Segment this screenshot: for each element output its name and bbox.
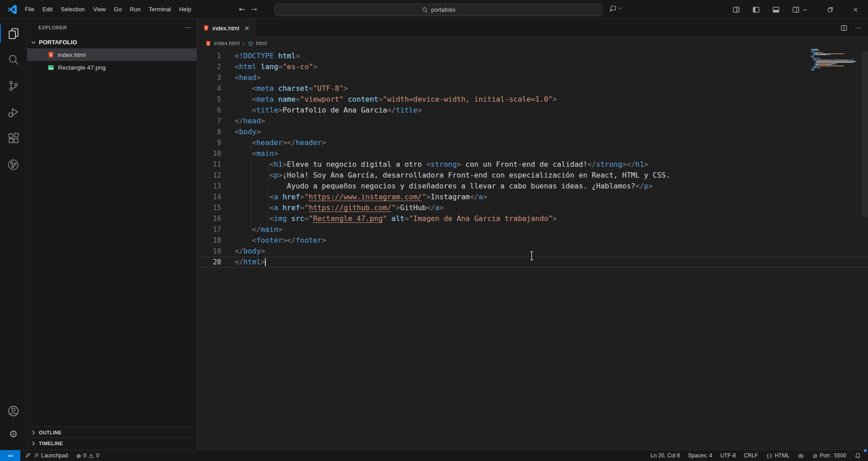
code-line-2[interactable]: 2<html lang="es-co"> bbox=[198, 61, 868, 72]
code-line-17[interactable]: 17 </main> bbox=[198, 224, 868, 235]
symbol-cube-icon bbox=[248, 41, 254, 47]
breadcrumbs: 5 index.html › html bbox=[198, 37, 868, 50]
menu-terminal[interactable]: Terminal bbox=[145, 0, 175, 19]
line-number: 15 bbox=[198, 202, 221, 213]
activity-accounts[interactable] bbox=[0, 399, 27, 423]
folder-row-portafolio[interactable]: PORTAFOLIO bbox=[27, 36, 197, 48]
code-line-6[interactable]: 6 <title>Portafolio de Ana Garcia</title… bbox=[198, 105, 868, 116]
split-editor-icon[interactable] bbox=[840, 24, 848, 32]
activity-remote-explorer[interactable] bbox=[0, 153, 27, 176]
section-timeline[interactable]: TIMELINE bbox=[27, 437, 197, 448]
activity-run-debug[interactable] bbox=[0, 100, 27, 124]
forward-arrow-icon[interactable]: → bbox=[251, 5, 257, 14]
tab-close-icon[interactable]: × bbox=[244, 24, 250, 32]
line-content: <header></header> bbox=[235, 137, 326, 148]
activity-explorer[interactable] bbox=[0, 22, 27, 45]
code-area[interactable]: 1<!DOCTYPE html>2<html lang="es-co">3<he… bbox=[198, 50, 868, 450]
line-content: <img src="Rectangle 47.png" alt="Imagen … bbox=[235, 213, 557, 224]
explorer-more-actions-icon[interactable]: ⋯ bbox=[184, 24, 191, 32]
line-content: <head> bbox=[235, 72, 261, 83]
more-actions-icon[interactable]: ⋯ bbox=[855, 24, 862, 32]
indentation[interactable]: Spaces: 4 bbox=[684, 450, 716, 461]
code-line-7[interactable]: 7</head> bbox=[198, 116, 868, 127]
cursor-position[interactable]: Ln 20, Col 8 bbox=[646, 450, 684, 461]
tab-index-html[interactable]: 5 index.html × bbox=[198, 19, 255, 37]
eol-sequence[interactable]: CRLF bbox=[740, 450, 762, 461]
code-line-12[interactable]: 12 <p>¡Hola! Soy Ana García, desarrollad… bbox=[198, 170, 868, 181]
code-line-10[interactable]: 10 <main> bbox=[198, 148, 868, 159]
menu-run[interactable]: Run bbox=[126, 0, 145, 19]
tab-bar: 5 index.html × ⋯ bbox=[198, 19, 868, 37]
language-mode[interactable]: {} HTML bbox=[762, 450, 794, 461]
code-line-4[interactable]: 4 <meta charset="UTF-8"> bbox=[198, 83, 868, 94]
menu-selection[interactable]: Selection bbox=[57, 0, 89, 19]
explorer-header: EXPLORER ⋯ bbox=[27, 19, 197, 36]
copilot-button[interactable] bbox=[609, 5, 623, 12]
line-content: </body> bbox=[235, 246, 265, 257]
live-server-port[interactable]: ⊘ Port : 5500 bbox=[808, 450, 850, 461]
code-line-11[interactable]: 11 <h1>Eleve tu negocio digital a otro <… bbox=[198, 159, 868, 170]
minimap[interactable] bbox=[811, 49, 861, 71]
vscode-logo-icon bbox=[7, 5, 17, 14]
activity-settings[interactable]: ⚙ bbox=[0, 423, 27, 446]
activity-source-control[interactable] bbox=[0, 74, 27, 98]
menu-file[interactable]: File bbox=[21, 0, 38, 19]
line-content: <html lang="es-co"> bbox=[235, 61, 317, 72]
file-name: index.html bbox=[58, 52, 86, 58]
vscode-window: { "title_bar": { "menus": ["File", "Edit… bbox=[0, 0, 868, 461]
circle-slash-icon: ⊘ bbox=[812, 453, 817, 459]
svg-text:5: 5 bbox=[50, 52, 52, 56]
line-number: 18 bbox=[198, 235, 221, 246]
svg-text:5: 5 bbox=[205, 26, 207, 30]
run-debug-icon bbox=[8, 106, 19, 118]
warnings-count: 0 bbox=[96, 452, 99, 459]
close-button[interactable] bbox=[843, 0, 868, 19]
remote-indicator[interactable]: >< bbox=[0, 450, 20, 461]
code-line-8[interactable]: 8<body> bbox=[198, 127, 868, 137]
search-icon bbox=[8, 54, 19, 66]
copilot-status[interactable] bbox=[793, 450, 808, 461]
title-bar: FileEditSelectionViewGoRunTerminalHelp ←… bbox=[0, 0, 868, 19]
customize-layout-icon[interactable] bbox=[732, 6, 740, 14]
line-content: <body> bbox=[235, 127, 261, 137]
menu-edit[interactable]: Edit bbox=[38, 0, 57, 19]
code-line-13[interactable]: 13 Ayudo a pequeños negocios y diseñador… bbox=[198, 181, 868, 192]
section-outline[interactable]: OUTLINE bbox=[27, 427, 197, 437]
breadcrumb-symbol[interactable]: html bbox=[256, 40, 267, 47]
file-row-rectangle-png[interactable]: Rectangle 47.png bbox=[27, 61, 197, 74]
activity-extensions[interactable] bbox=[0, 127, 27, 150]
encoding[interactable]: UTF-8 bbox=[716, 450, 740, 461]
code-line-1[interactable]: 1<!DOCTYPE html> bbox=[198, 51, 868, 61]
breadcrumb-file[interactable]: index.html bbox=[214, 40, 240, 47]
errors-icon: ⊗ bbox=[76, 453, 81, 459]
code-line-9[interactable]: 9 <header></header> bbox=[198, 137, 868, 148]
code-line-18[interactable]: 18 <footer></footer> bbox=[198, 235, 868, 246]
editor-scrollbar[interactable] bbox=[862, 51, 868, 217]
minimize-button[interactable] bbox=[792, 0, 817, 19]
command-center-search[interactable]: portafolio bbox=[274, 4, 603, 16]
code-line-3[interactable]: 3<head> bbox=[198, 72, 868, 83]
line-number: 5 bbox=[198, 94, 221, 105]
explorer-title: EXPLORER bbox=[38, 25, 67, 30]
file-row-index-html[interactable]: 5 index.html bbox=[27, 48, 197, 61]
problems-item[interactable]: ⊗ 0 ⚠ 0 bbox=[72, 450, 103, 461]
line-number: 7 bbox=[198, 116, 221, 127]
toggle-primary-sidebar-icon[interactable] bbox=[752, 6, 760, 14]
toggle-panel-icon[interactable] bbox=[772, 6, 780, 14]
code-line-5[interactable]: 5 <meta name="viewport" content="width=d… bbox=[198, 94, 868, 105]
menu-help[interactable]: Help bbox=[175, 0, 195, 19]
menu-view[interactable]: View bbox=[89, 0, 110, 19]
line-content: <title>Portafolio de Ana Garcia</title> bbox=[235, 105, 422, 116]
code-line-16[interactable]: 16 <img src="Rectangle 47.png" alt="Imag… bbox=[198, 213, 868, 224]
nav-arrows: ← → bbox=[239, 5, 257, 14]
notifications[interactable] bbox=[850, 450, 865, 461]
launchpad-item[interactable]: Launchpad bbox=[20, 450, 72, 461]
code-line-14[interactable]: 14 <a href="https://www.instagram.com/">… bbox=[198, 192, 868, 202]
code-line-15[interactable]: 15 <a href="https://github.com/">GitHub<… bbox=[198, 202, 868, 213]
menu-go[interactable]: Go bbox=[110, 0, 126, 19]
activity-search[interactable] bbox=[0, 48, 27, 71]
account-icon bbox=[7, 405, 19, 417]
back-arrow-icon[interactable]: ← bbox=[239, 5, 245, 14]
restore-button[interactable] bbox=[817, 0, 843, 19]
line-number: 12 bbox=[198, 170, 221, 181]
